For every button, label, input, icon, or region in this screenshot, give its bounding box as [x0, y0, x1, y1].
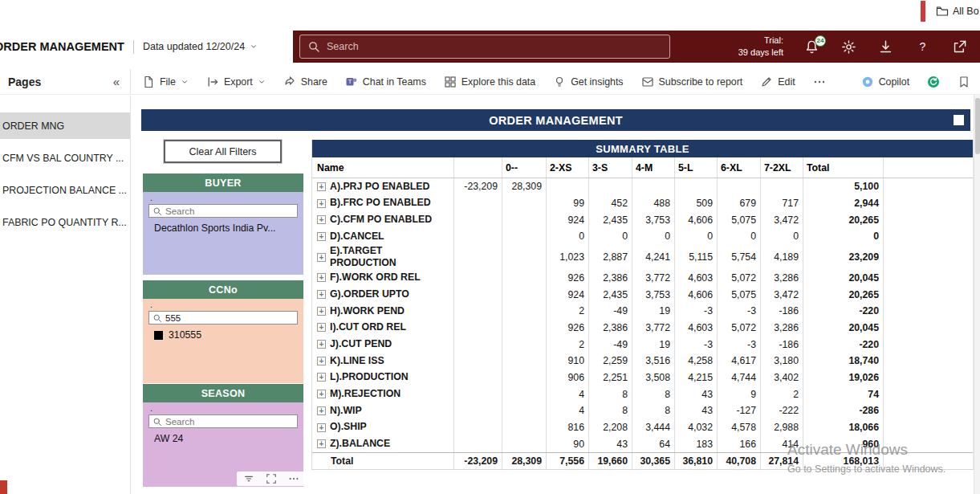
- expand-row-icon[interactable]: +: [317, 290, 326, 299]
- column-header[interactable]: [454, 157, 502, 178]
- value-cell[interactable]: 19: [632, 336, 675, 353]
- value-cell[interactable]: 23,209: [803, 245, 884, 270]
- column-header[interactable]: 5-L: [675, 157, 718, 178]
- row-name-cell[interactable]: +C).CFM PO ENABLED: [312, 211, 454, 228]
- value-cell[interactable]: 926: [547, 269, 589, 286]
- slicer-item-310555[interactable]: 310555: [143, 327, 303, 341]
- row-name-cell[interactable]: +L).PRODUCTION: [312, 369, 454, 386]
- value-cell[interactable]: 64: [632, 435, 675, 452]
- more-icon[interactable]: [288, 473, 299, 484]
- total-value-cell[interactable]: 30,365: [632, 453, 675, 469]
- collapse-pages-icon[interactable]: «: [113, 75, 120, 88]
- download-icon[interactable]: [878, 39, 893, 55]
- value-cell[interactable]: 18,066: [803, 419, 884, 436]
- value-cell[interactable]: 4,241: [632, 245, 675, 270]
- sidebar-item-fabric-po-quantity-r[interactable]: FABRIC PO QUANTITY R...: [0, 209, 130, 235]
- value-cell[interactable]: 3,472: [761, 286, 803, 303]
- value-cell[interactable]: 488: [632, 195, 675, 212]
- gear-icon[interactable]: [841, 39, 856, 55]
- value-cell[interactable]: 509: [675, 195, 718, 212]
- expand-row-icon[interactable]: +: [317, 323, 326, 332]
- value-cell[interactable]: -49: [589, 336, 632, 353]
- toolbar-explore-this-data-button[interactable]: Explore this data: [444, 76, 535, 88]
- slicer-search-box[interactable]: [148, 414, 298, 428]
- value-cell[interactable]: [502, 435, 547, 452]
- row-name-cell[interactable]: +O).SHIP: [312, 419, 454, 436]
- value-cell[interactable]: 414: [761, 435, 803, 452]
- value-cell[interactable]: [502, 269, 547, 286]
- row-name-cell[interactable]: +G).ORDER UPTO: [312, 286, 454, 303]
- value-cell[interactable]: -186: [761, 303, 803, 320]
- expand-row-icon[interactable]: +: [317, 390, 326, 398]
- value-cell[interactable]: 3,516: [632, 353, 675, 369]
- slicer-search-box[interactable]: [148, 311, 298, 325]
- value-cell[interactable]: 9: [718, 386, 761, 402]
- expand-row-icon[interactable]: +: [317, 439, 326, 448]
- column-header[interactable]: Total: [803, 157, 884, 178]
- value-cell[interactable]: [502, 195, 547, 212]
- value-cell[interactable]: 452: [589, 195, 632, 212]
- total-value-cell[interactable]: 7,556: [547, 453, 589, 469]
- value-cell[interactable]: 2: [547, 336, 589, 353]
- value-cell[interactable]: 8: [632, 386, 675, 402]
- value-cell[interactable]: [502, 369, 547, 386]
- slicer-item-aw-24[interactable]: AW 24: [143, 431, 303, 444]
- value-cell[interactable]: [589, 178, 632, 195]
- value-cell[interactable]: 960: [803, 435, 884, 452]
- total-value-cell[interactable]: -23,209: [454, 453, 502, 469]
- value-cell[interactable]: 5,075: [718, 211, 761, 228]
- value-cell[interactable]: [502, 228, 547, 245]
- clear-all-filters-button[interactable]: Clear All Filters: [164, 140, 282, 163]
- toolbar-subscribe-to-report-button[interactable]: Subscribe to report: [641, 76, 743, 88]
- row-name-cell[interactable]: +M).REJECTION: [312, 386, 454, 402]
- expand-row-icon[interactable]: +: [317, 232, 326, 241]
- value-cell[interactable]: 183: [675, 435, 718, 452]
- value-cell[interactable]: [454, 435, 502, 452]
- value-cell[interactable]: 166: [718, 435, 761, 452]
- value-cell[interactable]: [454, 402, 502, 419]
- value-cell[interactable]: 926: [547, 320, 589, 337]
- expand-row-icon[interactable]: +: [317, 340, 326, 349]
- expand-visual-button[interactable]: [954, 115, 964, 125]
- value-cell[interactable]: 679: [718, 195, 761, 212]
- expand-row-icon[interactable]: +: [317, 307, 326, 316]
- value-cell[interactable]: [761, 178, 803, 195]
- row-name-cell[interactable]: +B).FRC PO ENABLED: [312, 195, 454, 212]
- value-cell[interactable]: 20,265: [803, 286, 884, 303]
- value-cell[interactable]: [454, 419, 502, 436]
- value-cell[interactable]: 3,753: [632, 211, 675, 228]
- total-value-cell[interactable]: 168,013: [803, 453, 884, 469]
- sidebar-item-projection-balance[interactable]: PROJECTION BALANCE ...: [0, 177, 130, 203]
- value-cell[interactable]: 4,578: [718, 419, 761, 436]
- sidebar-item-cfm-vs-bal-country[interactable]: CFM VS BAL COUNTRY ...: [0, 145, 130, 171]
- value-cell[interactable]: 20,045: [803, 269, 884, 286]
- value-cell[interactable]: 2,386: [589, 269, 632, 286]
- data-updated-dropdown[interactable]: Data updated 12/20/24: [143, 41, 258, 52]
- value-cell[interactable]: 18,740: [803, 353, 884, 369]
- value-cell[interactable]: 1,023: [547, 245, 589, 270]
- value-cell[interactable]: 0: [632, 228, 675, 245]
- value-cell[interactable]: -186: [761, 336, 803, 353]
- value-cell[interactable]: 3,472: [761, 211, 803, 228]
- value-cell[interactable]: 2,944: [803, 195, 884, 212]
- value-cell[interactable]: -3: [718, 303, 761, 320]
- column-header[interactable]: 0--: [502, 157, 547, 178]
- share-out-icon[interactable]: [952, 39, 967, 55]
- row-name-cell[interactable]: +I).CUT ORD REL: [312, 320, 454, 337]
- value-cell[interactable]: 4: [547, 402, 589, 419]
- value-cell[interactable]: 0: [761, 228, 803, 245]
- row-name-cell[interactable]: +K).LINE ISS: [312, 353, 454, 369]
- value-cell[interactable]: [454, 195, 502, 212]
- value-cell[interactable]: [718, 178, 761, 195]
- value-cell[interactable]: -49: [589, 303, 632, 320]
- value-cell[interactable]: 8: [632, 402, 675, 419]
- toolbar-edit-button[interactable]: Edit: [760, 76, 795, 88]
- value-cell[interactable]: 4,603: [675, 269, 718, 286]
- value-cell[interactable]: [454, 211, 502, 228]
- scrollbar-thumb[interactable]: [975, 98, 980, 154]
- global-search-input[interactable]: [327, 41, 662, 52]
- value-cell[interactable]: 8: [589, 402, 632, 419]
- value-cell[interactable]: 3,772: [632, 320, 675, 337]
- value-cell[interactable]: 43: [675, 386, 718, 402]
- value-cell[interactable]: 2,251: [589, 369, 632, 386]
